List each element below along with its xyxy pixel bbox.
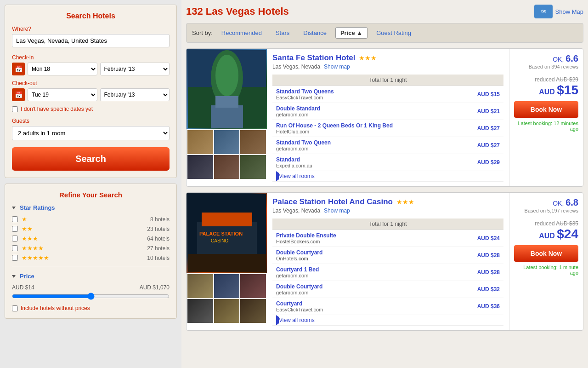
hotel-1-main-image[interactable] xyxy=(187,49,267,129)
hotel-1-show-map[interactable]: Show map xyxy=(324,63,350,70)
sort-recommended[interactable]: Recommended xyxy=(216,27,267,39)
table-row: Double Standard getaroom.com AUD $21 xyxy=(272,103,503,120)
checkin-month-select[interactable]: February '13 xyxy=(100,63,170,75)
table-row: Double Courtyard OnHotels.com AUD $28 xyxy=(272,247,503,264)
table-row: View all rooms xyxy=(272,315,503,326)
checkout-day-select[interactable]: Tue 19 xyxy=(28,88,97,101)
star-ratings-label: Star Ratings xyxy=(20,204,55,211)
hotel-2-name[interactable]: Palace Station Hotel And Casino xyxy=(272,197,393,207)
star-5-checkbox[interactable] xyxy=(12,255,18,261)
hotel-1-location: Las Vegas, Nevada Show map xyxy=(272,63,503,70)
hotel-2-thumb-6[interactable] xyxy=(240,299,266,323)
room-1-2-name[interactable]: Double Standard xyxy=(276,105,320,112)
room-2-2-cell: Double Courtyard OnHotels.com xyxy=(272,247,432,264)
checkin-label: Check-in xyxy=(12,54,170,61)
room-1-5-name[interactable]: Standard xyxy=(276,156,300,163)
table-row: Standard Two Queens EasyClickTravel.com … xyxy=(272,86,503,103)
hotel-1-thumb-2[interactable] xyxy=(214,130,240,154)
sort-price[interactable]: Price ▲ xyxy=(335,27,368,39)
room-1-3-name[interactable]: Run Of House - 2 Queen Beds Or 1 King Be… xyxy=(276,122,393,129)
hotel-1-thumb-4[interactable] xyxy=(187,155,213,179)
hotel-2-thumb-3[interactable] xyxy=(240,274,266,298)
guests-select[interactable]: 2 adults in 1 room xyxy=(12,126,170,140)
star-row-4: ★★★★ 27 hotels xyxy=(12,245,170,252)
star-2-stars: ★★ xyxy=(22,225,147,232)
room-1-5-cell: Standard Expedia.com.au xyxy=(272,154,458,171)
search-hotels-title: Search Hotels xyxy=(12,12,170,20)
hotel-2-night-header: Total for 1 night xyxy=(272,218,503,230)
star-2-checkbox[interactable] xyxy=(12,226,18,232)
no-prices-checkbox[interactable] xyxy=(12,305,18,311)
hotel-2-show-map[interactable]: Show map xyxy=(324,207,350,214)
star-row-2: ★★ 23 hotels xyxy=(12,225,170,232)
hotel-1-book-button[interactable]: Book Now xyxy=(514,101,578,118)
hotel-1-view-all-link[interactable]: View all rooms xyxy=(279,173,315,179)
where-input[interactable] xyxy=(12,34,170,47)
star-2-count: 23 hotels xyxy=(147,226,170,232)
show-map-link[interactable]: 🗺 Show Map xyxy=(534,5,583,18)
hotel-2-book-button[interactable]: Book Now xyxy=(514,245,578,262)
room-2-3-name[interactable]: Courtyard 1 Bed xyxy=(276,266,319,273)
search-button[interactable]: Search xyxy=(12,147,170,171)
guests-label: Guests xyxy=(12,118,170,124)
star-4-checkbox[interactable] xyxy=(12,245,18,251)
room-2-3-source: getaroom.com xyxy=(276,273,429,278)
room-2-2-name[interactable]: Double Courtyard xyxy=(276,249,322,256)
room-1-1-cell: Standard Two Queens EasyClickTravel.com xyxy=(272,86,458,103)
sort-distance[interactable]: Distance xyxy=(298,27,332,39)
hotel-2-thumb-2[interactable] xyxy=(214,274,240,298)
room-2-4-source: getaroom.com xyxy=(276,290,429,295)
hotel-2-pricing: OK, 6.8 Based on 5,197 reviews reduced A… xyxy=(509,193,583,330)
room-2-5-name[interactable]: Courtyard xyxy=(276,300,302,307)
room-1-2-source: getaroom.com xyxy=(276,112,455,117)
svg-rect-5 xyxy=(215,96,238,108)
star-1-checkbox[interactable] xyxy=(12,216,18,222)
hotel-card-1: Santa Fe Station Hotel ★★★ Las Vegas, Ne… xyxy=(186,48,583,187)
room-1-1-price: AUD $15 xyxy=(458,86,503,103)
price-slider[interactable] xyxy=(12,293,170,300)
star-5-count: 10 hotels xyxy=(147,255,170,261)
table-row: Run Of House - 2 Queen Beds Or 1 King Be… xyxy=(272,120,503,137)
room-2-4-name[interactable]: Double Courtyard xyxy=(276,283,322,290)
room-1-1-source: EasyClickTravel.com xyxy=(276,95,455,100)
hotel-1-thumb-3[interactable] xyxy=(240,130,266,154)
hotel-1-images xyxy=(187,49,267,186)
hotel-1-thumb-5[interactable] xyxy=(214,155,240,179)
hotel-2-thumb-4[interactable] xyxy=(187,299,213,323)
hotel-2-thumb-5[interactable] xyxy=(214,299,240,323)
checkout-calendar-icon[interactable]: 📅 xyxy=(12,88,25,101)
table-row: Standard Expedia.com.au AUD $29 xyxy=(272,154,503,171)
hotel-1-thumb-1[interactable] xyxy=(187,130,213,154)
room-2-1-name[interactable]: Private Double Ensuite xyxy=(276,232,336,239)
checkout-row: 📅 Tue 19 February '13 xyxy=(12,88,170,101)
hotel-1-price-currency: AUD xyxy=(539,88,557,96)
checkin-calendar-icon[interactable]: 📅 xyxy=(12,63,25,75)
hotel-2-name-row: Palace Station Hotel And Casino ★★★ xyxy=(272,197,503,207)
star-row-3: ★★★ 64 hotels xyxy=(12,235,170,242)
hotel-2-rating-label: OK, xyxy=(553,200,565,207)
hotel-2-view-all-link[interactable]: View all rooms xyxy=(279,317,315,323)
no-prices-row: Include hotels without prices xyxy=(12,305,170,311)
sort-guest-rating[interactable]: Guest Rating xyxy=(371,27,416,39)
checkin-day-select[interactable]: Mon 18 xyxy=(28,63,97,75)
room-1-1-name[interactable]: Standard Two Queens xyxy=(276,88,334,95)
hotel-1-thumb-6[interactable] xyxy=(240,155,266,179)
checkin-row: 📅 Mon 18 February '13 xyxy=(12,63,170,75)
price-header: Price xyxy=(12,273,170,280)
hotel-2-main-image[interactable]: PALACE STATION CASINO xyxy=(187,193,267,273)
no-dates-label: I don't have specific dates yet xyxy=(21,106,93,112)
room-1-4-name[interactable]: Standard Two Queen xyxy=(276,139,331,146)
room-2-5-price: AUD $36 xyxy=(432,298,503,315)
hotel-1-name[interactable]: Santa Fe Station Hotel xyxy=(272,53,355,63)
svg-text:CASINO: CASINO xyxy=(211,238,229,243)
hotel-2-thumb-1[interactable] xyxy=(187,274,213,298)
checkout-month-select[interactable]: February '13 xyxy=(100,88,170,101)
no-dates-row: I don't have specific dates yet xyxy=(12,106,170,112)
checkout-label: Check-out xyxy=(12,80,170,86)
sort-stars[interactable]: Stars xyxy=(271,27,294,39)
hotel-2-current-price: AUD $24 xyxy=(539,227,578,242)
star-3-checkbox[interactable] xyxy=(12,236,18,242)
hotel-1-night-header: Total for 1 night xyxy=(272,75,503,86)
no-dates-checkbox[interactable] xyxy=(12,106,18,112)
sort-bar: Sort by: Recommended Stars Distance Pric… xyxy=(186,23,583,43)
